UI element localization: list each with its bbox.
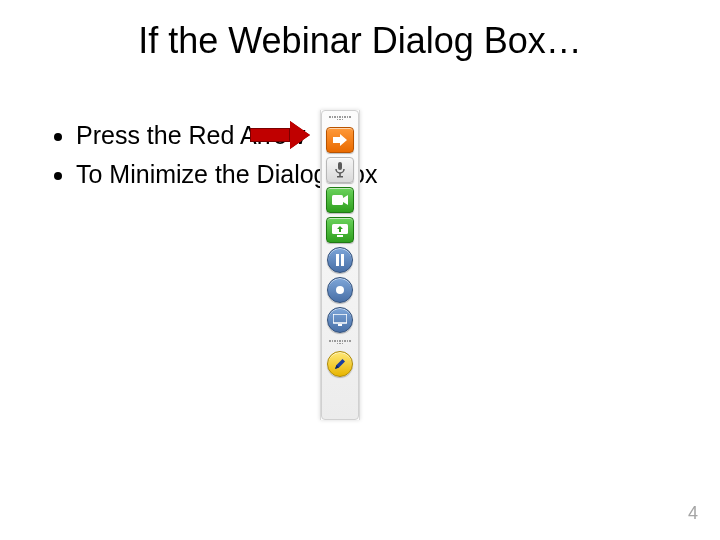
drag-grip-icon[interactable] bbox=[329, 115, 351, 121]
arrow-right-icon bbox=[333, 134, 347, 146]
pause-icon bbox=[335, 254, 345, 266]
svg-rect-9 bbox=[333, 314, 347, 323]
slide-title: If the Webinar Dialog Box… bbox=[0, 20, 720, 62]
arrow-head-icon bbox=[290, 121, 310, 149]
screen-share-button[interactable] bbox=[326, 217, 354, 243]
svg-rect-0 bbox=[338, 162, 342, 170]
callout-arrow bbox=[250, 121, 310, 149]
pen-icon bbox=[333, 357, 347, 371]
webcam-button[interactable] bbox=[326, 187, 354, 213]
svg-rect-10 bbox=[338, 324, 342, 326]
monitor-icon bbox=[333, 314, 347, 326]
svg-point-8 bbox=[336, 286, 344, 294]
webinar-toolbar bbox=[320, 110, 360, 420]
svg-rect-7 bbox=[341, 254, 344, 266]
microphone-icon bbox=[334, 162, 346, 178]
record-dot-icon bbox=[335, 285, 345, 295]
monitor-button[interactable] bbox=[327, 307, 353, 333]
page-number: 4 bbox=[688, 503, 698, 524]
expand-arrow-button[interactable] bbox=[326, 127, 354, 153]
svg-rect-5 bbox=[337, 235, 343, 237]
arrow-shaft bbox=[250, 128, 290, 142]
svg-rect-1 bbox=[339, 173, 341, 176]
pause-button[interactable] bbox=[327, 247, 353, 273]
slide: If the Webinar Dialog Box… Press the Red… bbox=[0, 0, 720, 540]
camera-icon bbox=[332, 194, 348, 206]
screen-icon bbox=[332, 224, 348, 237]
record-button[interactable] bbox=[327, 277, 353, 303]
microphone-button[interactable] bbox=[326, 157, 354, 183]
draw-tools-button[interactable] bbox=[327, 351, 353, 377]
toolbar-panel bbox=[321, 110, 359, 420]
drag-grip-icon[interactable] bbox=[329, 339, 351, 345]
svg-rect-3 bbox=[332, 195, 343, 205]
svg-rect-2 bbox=[337, 176, 343, 178]
svg-rect-6 bbox=[336, 254, 339, 266]
